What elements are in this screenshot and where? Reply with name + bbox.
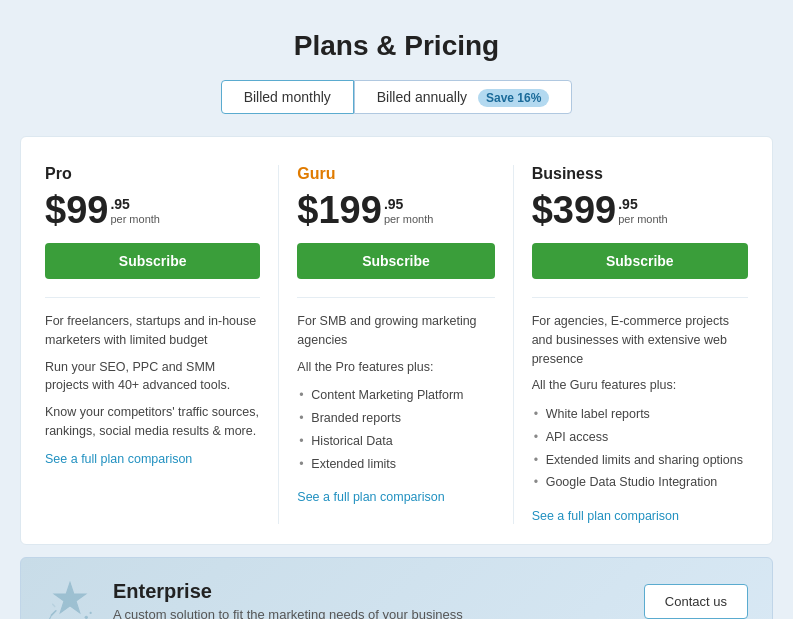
svg-line-1 xyxy=(52,611,56,615)
plan-pro-divider xyxy=(45,297,260,298)
billing-monthly-button[interactable]: Billed monthly xyxy=(221,80,354,114)
plan-guru-price-cents: .95 xyxy=(384,196,434,213)
page-title: Plans & Pricing xyxy=(20,30,773,62)
enterprise-contact-button[interactable]: Contact us xyxy=(644,584,748,619)
plan-guru-feature-4: Extended limits xyxy=(297,453,494,476)
enterprise-icon xyxy=(45,576,95,619)
enterprise-desc: A custom solution to fit the marketing n… xyxy=(113,607,626,619)
plan-business-price-main: $399 xyxy=(532,191,617,229)
billing-annually-button[interactable]: Billed annually Save 16% xyxy=(354,80,573,114)
plan-business-desc-1: For agencies, E-commerce projects and bu… xyxy=(532,312,748,368)
plan-guru-features-list: Content Marketing Platform Branded repor… xyxy=(297,384,494,475)
plan-business-desc-2: All the Guru features plus: xyxy=(532,376,748,395)
plan-pro-price-main: $99 xyxy=(45,191,108,229)
enterprise-text: Enterprise A custom solution to fit the … xyxy=(113,580,626,619)
plan-guru-subscribe-button[interactable]: Subscribe xyxy=(297,243,494,279)
plan-business-feature-1: White label reports xyxy=(532,403,748,426)
annually-label: Billed annually xyxy=(377,89,467,105)
svg-line-5 xyxy=(53,604,55,606)
plan-guru-price-main: $199 xyxy=(297,191,382,229)
svg-marker-0 xyxy=(54,583,86,613)
plan-business-comparison-link[interactable]: See a full plan comparison xyxy=(532,509,679,523)
plan-pro-comparison-link[interactable]: See a full plan comparison xyxy=(45,452,192,466)
plan-guru-feature-3: Historical Data xyxy=(297,430,494,453)
svg-point-3 xyxy=(85,616,88,619)
plan-guru-desc-2: All the Pro features plus: xyxy=(297,358,494,377)
plan-business: Business $399 .95 per month Subscribe Fo… xyxy=(514,165,748,524)
plan-business-price-period: per month xyxy=(618,213,668,226)
plan-pro-subscribe-button[interactable]: Subscribe xyxy=(45,243,260,279)
plan-guru-desc-1: For SMB and growing marketing agencies xyxy=(297,312,494,350)
plan-pro: Pro $99 .95 per month Subscribe For free… xyxy=(45,165,279,524)
star-icon xyxy=(45,576,95,619)
plan-pro-desc-1: For freelancers, startups and in-house m… xyxy=(45,312,260,350)
plan-business-price-row: $399 .95 per month xyxy=(532,191,748,229)
plan-pro-price-period: per month xyxy=(110,213,160,226)
plan-guru-feature-1: Content Marketing Platform xyxy=(297,384,494,407)
plan-business-features-list: White label reports API access Extended … xyxy=(532,403,748,494)
plan-guru-divider xyxy=(297,297,494,298)
plan-business-feature-4: Google Data Studio Integration xyxy=(532,471,748,494)
svg-line-2 xyxy=(49,615,51,619)
plan-business-feature-2: API access xyxy=(532,426,748,449)
plans-card: Pro $99 .95 per month Subscribe For free… xyxy=(20,136,773,545)
plan-pro-name: Pro xyxy=(45,165,260,183)
plan-pro-desc-3: Know your competitors' traffic sources, … xyxy=(45,403,260,441)
plan-business-feature-3: Extended limits and sharing options xyxy=(532,449,748,472)
plan-guru-price-period: per month xyxy=(384,213,434,226)
plan-pro-price-cents: .95 xyxy=(110,196,160,213)
plans-grid: Pro $99 .95 per month Subscribe For free… xyxy=(45,165,748,524)
plan-guru: Guru $199 .95 per month Subscribe For SM… xyxy=(279,165,513,524)
plan-business-name: Business xyxy=(532,165,748,183)
plan-business-price-cents: .95 xyxy=(618,196,668,213)
plan-guru-comparison-link[interactable]: See a full plan comparison xyxy=(297,490,444,504)
plan-business-subscribe-button[interactable]: Subscribe xyxy=(532,243,748,279)
enterprise-title: Enterprise xyxy=(113,580,626,603)
plan-guru-feature-2: Branded reports xyxy=(297,407,494,430)
billing-toggle: Billed monthly Billed annually Save 16% xyxy=(20,80,773,114)
plan-pro-price-row: $99 .95 per month xyxy=(45,191,260,229)
plan-guru-price-row: $199 .95 per month xyxy=(297,191,494,229)
save-badge: Save 16% xyxy=(478,89,549,107)
plan-pro-desc-2: Run your SEO, PPC and SMM projects with … xyxy=(45,358,260,396)
enterprise-card: Enterprise A custom solution to fit the … xyxy=(20,557,773,619)
plan-business-divider xyxy=(532,297,748,298)
page-container: Plans & Pricing Billed monthly Billed an… xyxy=(20,20,773,619)
plan-guru-name: Guru xyxy=(297,165,494,183)
svg-point-4 xyxy=(90,612,92,614)
